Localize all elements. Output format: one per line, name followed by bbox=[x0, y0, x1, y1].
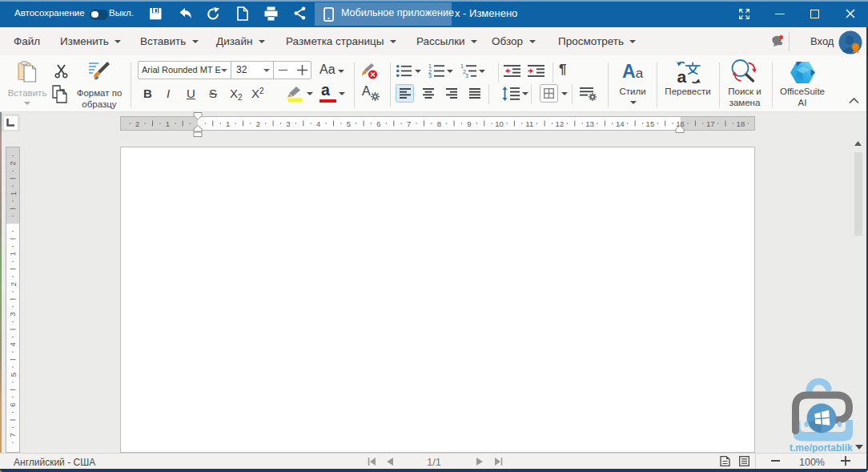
svg-text:12: 12 bbox=[556, 119, 565, 128]
svg-text:10: 10 bbox=[495, 119, 504, 128]
svg-text:4: 4 bbox=[316, 119, 320, 128]
svg-text:3: 3 bbox=[286, 119, 290, 128]
svg-text:4: 4 bbox=[9, 342, 18, 346]
svg-text:18: 18 bbox=[737, 119, 745, 128]
svg-text:3: 3 bbox=[428, 73, 432, 78]
svg-text:1: 1 bbox=[9, 252, 18, 256]
svg-text:8: 8 bbox=[437, 119, 441, 128]
svg-text:14: 14 bbox=[616, 119, 625, 128]
svg-text:5: 5 bbox=[347, 119, 351, 128]
svg-text:3: 3 bbox=[9, 313, 18, 317]
svg-text:a: a bbox=[677, 67, 687, 85]
svg-text:2: 2 bbox=[9, 161, 18, 165]
svg-text:6: 6 bbox=[9, 403, 18, 407]
svg-text:1: 1 bbox=[226, 119, 230, 128]
svg-text:11: 11 bbox=[525, 119, 533, 128]
svg-text:1: 1 bbox=[9, 192, 18, 196]
svg-text:1: 1 bbox=[166, 119, 170, 128]
svg-text:9: 9 bbox=[467, 119, 471, 128]
svg-text:13: 13 bbox=[585, 119, 594, 128]
svg-text:7: 7 bbox=[9, 433, 18, 437]
svg-text:2: 2 bbox=[135, 119, 139, 128]
svg-text:2: 2 bbox=[256, 119, 260, 128]
svg-text:6: 6 bbox=[376, 119, 380, 128]
svg-text:7: 7 bbox=[407, 119, 411, 128]
svg-text:17: 17 bbox=[706, 119, 715, 128]
svg-text:5: 5 bbox=[9, 373, 18, 377]
svg-text:15: 15 bbox=[646, 119, 655, 128]
svg-text:2: 2 bbox=[9, 282, 18, 286]
svg-text:3: 3 bbox=[465, 73, 468, 78]
